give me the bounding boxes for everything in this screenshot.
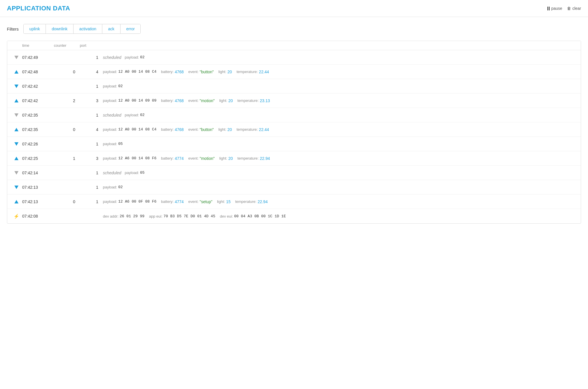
field-segment: event: "button" — [188, 70, 214, 74]
table-row: 07:42:42 1 payload: 02 — [7, 79, 581, 93]
col-counter: counter — [54, 43, 80, 48]
row-icon-cell — [11, 56, 22, 59]
field-segment: temperature: 22.44 — [237, 127, 269, 132]
row-time: 07:42:48 — [22, 70, 54, 74]
field-segment: light: 20 — [219, 156, 233, 161]
payload-segment: payload: 12 A0 00 14 08 C4 — [103, 127, 157, 132]
table-row: 07:42:14 1 scheduled payload: 05 — [7, 166, 581, 180]
field-segment: temperature: 22.94 — [235, 199, 268, 204]
row-data: payload: 12 A0 00 14 09 09 battery: 4768… — [103, 98, 577, 103]
row-time: 07:42:08 — [22, 214, 54, 218]
scheduled-downlink-icon — [14, 113, 18, 117]
rows-container: 07:42:49 1 scheduled payload: 02 07:42:4… — [7, 50, 581, 223]
row-icon-cell — [11, 113, 22, 117]
downlink-icon — [14, 186, 18, 189]
row-time: 07:42:42 — [22, 84, 54, 89]
row-port: 1 — [80, 199, 103, 204]
row-port: 3 — [80, 98, 103, 103]
field-segment: battery: 4768 — [161, 127, 184, 132]
tab-error[interactable]: error — [120, 24, 141, 33]
row-time: 07:42:13 — [22, 199, 54, 204]
row-port: 1 — [80, 55, 103, 60]
row-port: 1 — [80, 113, 103, 117]
row-data: scheduled payload: 05 — [103, 171, 577, 175]
table-row: 07:42:48 0 4 payload: 12 A0 00 14 08 C4 … — [7, 65, 581, 79]
field-segment: light: 15 — [217, 199, 231, 204]
row-port: 1 — [80, 171, 103, 175]
row-icon-cell — [11, 70, 22, 74]
row-data: payload: 12 A6 00 14 08 F6 battery: 4774… — [103, 156, 577, 161]
header-actions: pause 🗑 clear — [547, 6, 581, 11]
table-row: 07:42:13 0 1 payload: 12 A6 00 0F 08 F6 … — [7, 194, 581, 209]
scheduled-tag: scheduled — [103, 171, 121, 175]
table-row: 07:42:13 1 payload: 02 — [7, 180, 581, 194]
row-port: 1 — [80, 84, 103, 89]
field-segment: event: "setup" — [188, 199, 212, 204]
pause-button[interactable]: pause — [547, 6, 562, 11]
row-data: payload: 12 A0 00 14 08 C4 battery: 4768… — [103, 127, 577, 132]
uplink-icon — [14, 128, 18, 131]
uplink-icon — [14, 70, 18, 74]
data-table: time counter port 07:42:49 1 scheduled p… — [7, 41, 581, 224]
page-header: APPLICATION DATA pause 🗑 clear — [0, 0, 588, 17]
activation-icon: ⚡ — [14, 214, 19, 219]
filters-label: Filters — [7, 27, 19, 31]
row-icon-cell: ⚡ — [11, 214, 22, 219]
row-data: payload: 12 A6 00 0F 08 F6 battery: 4774… — [103, 199, 577, 204]
row-data: scheduled payload: 02 — [103, 113, 577, 117]
uplink-icon — [14, 200, 18, 203]
scheduled-tag: scheduled — [103, 113, 121, 117]
field-segment: temperature: 22.94 — [238, 156, 270, 161]
row-port: 4 — [80, 70, 103, 74]
payload-segment: payload: 12 A6 00 0F 08 F6 — [103, 199, 157, 204]
row-counter: 0 — [54, 70, 80, 74]
payload-segment: payload: 02 — [103, 84, 123, 88]
tab-activation[interactable]: activation — [74, 24, 102, 33]
payload-segment: payload: 12 A6 00 14 08 F6 — [103, 156, 157, 160]
table-row: 07:42:25 1 3 payload: 12 A6 00 14 08 F6 … — [7, 151, 581, 166]
row-time: 07:42:13 — [22, 185, 54, 190]
row-icon-cell — [11, 171, 22, 175]
field-segment: light: 20 — [219, 98, 233, 103]
tab-downlink[interactable]: downlink — [46, 24, 73, 33]
dev-addr-segment: dev addr: 26 01 29 99 — [103, 214, 144, 218]
filter-tabs: uplink downlink activation ack error — [23, 24, 141, 34]
row-time: 07:42:49 — [22, 55, 54, 60]
table-row: ⚡ 07:42:08 dev addr: 26 01 29 99 app eui… — [7, 209, 581, 223]
row-icon-cell — [11, 186, 22, 189]
row-icon-cell — [11, 200, 22, 203]
scheduled-tag: scheduled — [103, 55, 121, 60]
main-content: Filters uplink downlink activation ack e… — [0, 17, 588, 231]
row-counter: 0 — [54, 199, 80, 204]
row-port: 4 — [80, 127, 103, 132]
field-segment: battery: 4768 — [161, 98, 184, 103]
field-segment: event: "motion" — [188, 98, 214, 103]
pause-icon — [547, 7, 550, 10]
row-icon-cell — [11, 157, 22, 160]
row-data: payload: 05 — [103, 142, 577, 146]
field-segment: temperature: 22.44 — [237, 70, 269, 74]
payload-segment: payload: 05 — [103, 142, 123, 146]
uplink-icon — [14, 99, 18, 102]
table-row: 07:42:35 0 4 payload: 12 A0 00 14 08 C4 … — [7, 122, 581, 137]
field-segment: battery: 4774 — [161, 199, 184, 204]
field-segment: light: 20 — [218, 70, 232, 74]
row-time: 07:42:14 — [22, 171, 54, 175]
clear-button[interactable]: 🗑 clear — [567, 6, 581, 11]
tab-uplink[interactable]: uplink — [24, 24, 46, 33]
dev-eui-segment: dev eui: 00 04 A3 0B 00 1C 1D 1E — [220, 214, 286, 218]
row-icon-cell — [11, 128, 22, 131]
payload-segment: payload: 02 — [103, 185, 123, 189]
scheduled-downlink-icon — [14, 56, 18, 59]
row-data: payload: 02 — [103, 84, 577, 88]
pause-label: pause — [551, 6, 562, 11]
col-port: port — [80, 43, 103, 48]
field-segment: event: "motion" — [188, 156, 214, 161]
payload-segment: payload: 02 — [125, 55, 145, 59]
tab-ack[interactable]: ack — [102, 24, 120, 33]
row-time: 07:42:35 — [22, 113, 54, 117]
trash-icon: 🗑 — [567, 6, 571, 11]
row-data: dev addr: 26 01 29 99 app eui: 70 B3 D5 … — [103, 214, 577, 218]
row-counter: 1 — [54, 156, 80, 161]
payload-segment: payload: 05 — [125, 171, 145, 175]
